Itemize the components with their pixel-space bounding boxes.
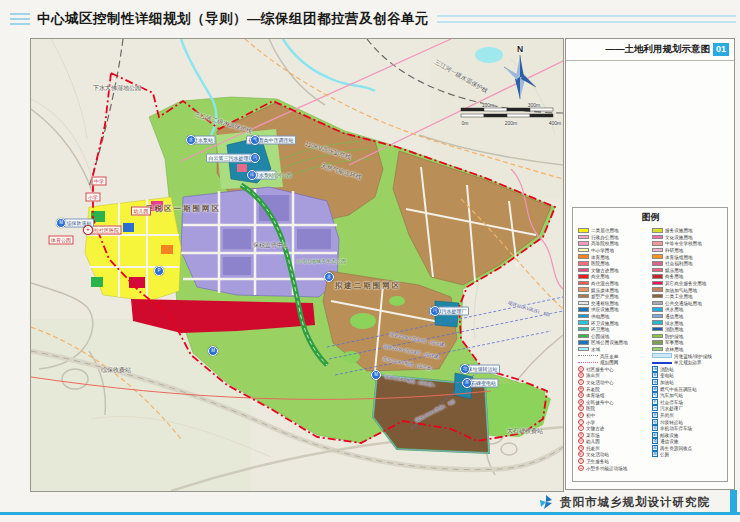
legend-symbol-icon: 托	[578, 445, 584, 451]
legend-swatch	[652, 307, 663, 312]
map-label: 高压110KV电缆（拟迁改）	[382, 356, 436, 371]
map-label: 现状220KV高压Ⅱ回（拟迁建）	[383, 344, 444, 360]
legend-row: 社社区服务中心消消防站	[578, 365, 723, 372]
legend-label: 供水用地	[665, 307, 683, 313]
legend-label: 加油站	[660, 379, 674, 385]
panel-title: ——土地利用规划示意图	[605, 43, 710, 56]
map-frame[interactable]: 下水大佛湿地公园三江河一级水源保护线三江河二级水源保护线都拉营高中压调压站110…	[30, 38, 564, 492]
legend-item: 区域公用设施用地	[578, 339, 649, 345]
legend-swatch	[578, 274, 589, 279]
legend-label: 二类工业用地	[665, 293, 693, 299]
legend-swatch	[578, 281, 589, 286]
legend-rows: 二类居住用地服务设施用地行政办公用地文化设施用地高等院校用地中等专业学校用地中小…	[578, 227, 723, 471]
legend-item: 文化设施用地	[652, 234, 723, 240]
map-label: 现状220KV高压Ⅰ、Ⅱ回	[414, 399, 456, 423]
legend-label: 公厕	[660, 452, 669, 458]
legend-symbol-icon: 小	[578, 419, 584, 425]
legend-symbol-icon: 初	[578, 412, 584, 418]
legend-symbol-icon: 运	[578, 465, 584, 471]
legend-label: 养老院	[586, 386, 600, 392]
legend-item: 站文化活动站	[578, 451, 649, 457]
legend-label: 水域	[591, 346, 600, 352]
legend-item: 商住混合用地	[578, 280, 649, 286]
legend-line-sample	[652, 353, 672, 358]
legend-label: 供电用地	[591, 313, 609, 319]
legend-label: 高压走廊	[600, 353, 618, 359]
legend-label: 防护绿地	[665, 333, 683, 339]
legend-label: 幼儿园	[586, 439, 600, 445]
legend-item: 菜菜市场	[578, 432, 649, 438]
legend-row: 文文化活动中心油加油站	[578, 379, 723, 386]
legend-label: 交通枢纽用地	[591, 300, 619, 306]
legend-label: 新型产业用地	[591, 293, 619, 299]
legend-label: 服务设施用地	[665, 228, 693, 234]
map-icon: 水	[324, 272, 334, 282]
map-label: 白云第三污水处理厂	[206, 154, 256, 163]
legend-row: 区域公用设施用地军事用地	[578, 339, 723, 346]
map-icon: 变	[462, 378, 472, 388]
planning-map-page: 中心城区控制性详细规划（导则）—综保组团都拉营及创谷单元	[0, 0, 740, 522]
map-label: 综保轨道站	[64, 219, 94, 228]
legend-item: 消防用地	[652, 326, 723, 332]
legend-label: 开闭所	[660, 412, 674, 418]
legend-label: 社会福利用地	[665, 261, 693, 267]
map-label: 给水泵站	[191, 136, 216, 145]
legend-label: 汽车加气站	[660, 392, 683, 398]
map-label: 排水泵站	[252, 171, 277, 180]
legend-swatch	[578, 287, 589, 292]
legend-row: 小小学垃垃圾转运站	[578, 418, 723, 425]
map-label: 400m	[549, 120, 562, 126]
legend-symbol-icon: P	[652, 399, 658, 405]
legend-row: 医医院污污水处理厂	[578, 405, 723, 412]
page-title: 中心城区控制性详细规划（导则）—综保组团都拉营及创谷单元	[37, 10, 429, 28]
legend-label: 小学	[586, 419, 595, 425]
map-label: 天然气输送环线	[320, 162, 363, 183]
legend-label: 文化活动中心	[586, 379, 614, 385]
legend-symbol-icon: 消	[652, 366, 658, 372]
legend-label: 全民健身中心	[586, 399, 614, 405]
map-label: 幼儿园	[131, 207, 151, 216]
map-label: 三江河二级水源保护线	[193, 110, 253, 136]
legend-label: 娱乐用地	[665, 267, 683, 273]
legend-item: 科研用地	[652, 247, 723, 253]
map-label: 现状220KV高压Ⅰ回（拟迁建）	[389, 332, 449, 348]
legend-swatch	[652, 241, 663, 246]
legend-item: 二类居住用地	[578, 227, 649, 233]
legend-item: 变变电站	[652, 372, 723, 378]
legend-label: 加油加气站用地	[665, 287, 697, 293]
legend-swatch	[578, 301, 589, 306]
legend-item: 燃燃气中低压调压站	[652, 386, 723, 392]
map-label: 200m	[505, 120, 518, 126]
legend-symbol-icon: 通	[652, 438, 658, 444]
legend-label: 通信用地	[665, 313, 683, 319]
legend-label: 邮政设施	[660, 432, 678, 438]
map-label: 综保收费站	[101, 366, 131, 375]
map-label: 三江河一级水源保护线	[433, 58, 489, 96]
map-label: 保税监管中心	[253, 241, 289, 250]
legend-title: 图例	[578, 211, 723, 224]
legend-item: 养养老院	[578, 386, 649, 392]
legend-label: 区域公用设施用地	[591, 340, 628, 346]
legend-item: 娱乐用地	[652, 267, 723, 273]
legend-item: 环卫用地	[578, 326, 649, 332]
legend-label: 科研用地	[665, 247, 683, 253]
legend-row: 运小型多功能运动场地	[578, 464, 723, 471]
institute-name: 贵阳市城乡规划设计研究院	[560, 495, 710, 510]
legend-label: 其它商业服务业用地	[665, 280, 706, 286]
map-label: 大石碑变电站	[464, 379, 499, 388]
legend-label: 菜市场	[586, 432, 600, 438]
legend-swatch	[578, 228, 589, 233]
legend-label: 环卫用地	[591, 326, 609, 332]
legend-row: 托托老所再再生资源回收点	[578, 445, 723, 452]
legend-item: 油加油站	[652, 379, 723, 385]
legend-item: 医医院	[578, 405, 649, 411]
legend-item: 公共交通场站用地	[652, 300, 723, 306]
legend-box: 图例 二类居住用地服务设施用地行政办公用地文化设施用地高等院校用地中等专业学校用…	[572, 207, 728, 482]
legend-symbol-icon: 再	[652, 445, 658, 451]
legend-swatch	[652, 294, 663, 299]
map-label: 现状110KV高压Ⅰ、Ⅱ回	[507, 300, 550, 318]
map-label: 保税区一期围网区	[145, 204, 221, 214]
map-label: 300m	[528, 102, 541, 108]
legend-label: 初中	[586, 412, 595, 418]
legend-item: 非非机动车停车场	[652, 425, 723, 431]
